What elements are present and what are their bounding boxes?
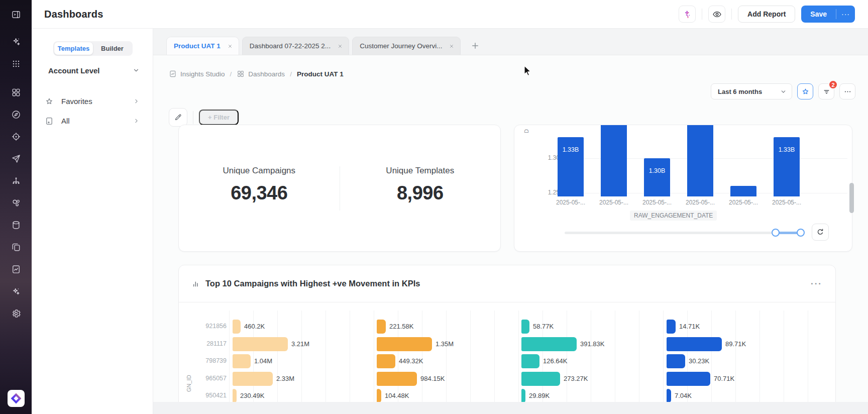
bar-value-label: 89.71K [725, 340, 746, 348]
refresh-button[interactable] [812, 224, 829, 241]
filter-lines-icon [822, 87, 831, 96]
wand-sparkle-icon[interactable] [7, 282, 25, 300]
bar [667, 354, 685, 368]
tab-bar: Product UAT 1Dashboard 07-22-2025 2...Cu… [153, 29, 868, 55]
bar [233, 354, 251, 368]
target-icon[interactable] [7, 128, 25, 146]
x-tick-label: 2025-05-... [592, 199, 635, 206]
preview-button[interactable] [708, 6, 725, 23]
breadcrumb-separator: / [230, 70, 232, 78]
sparkles-icon[interactable] [7, 33, 25, 51]
bar [377, 354, 395, 368]
bar-chart-icon [192, 280, 200, 288]
brand-logo-icon[interactable] [8, 390, 25, 407]
segmented-option-templates[interactable]: Templates [54, 42, 93, 55]
tab-dashboard-07-22-2025-2-[interactable]: Dashboard 07-22-2025 2... [242, 37, 349, 55]
save-more-button[interactable]: ··· [836, 6, 855, 23]
chevron-right-icon [133, 118, 140, 124]
sidebar-item-all[interactable]: All [45, 111, 140, 131]
sidebar-item-favorites[interactable]: Favorites [45, 91, 140, 111]
slider-handle-left[interactable] [772, 229, 780, 237]
breadcrumb-label: Insights Studio [180, 70, 225, 78]
bar-value-label: 221.58K [389, 323, 413, 330]
bar-value-label: 14.71K [679, 323, 700, 330]
report-icon[interactable] [7, 260, 25, 278]
bar-value-label: 70.71K [714, 375, 734, 382]
favorite-toggle-button[interactable] [797, 83, 813, 99]
kpi-label: Unique Campaigns [179, 166, 340, 176]
row-label: 950421 [188, 392, 227, 399]
row-label: 798739 [188, 357, 227, 364]
tab-close-icon[interactable] [449, 44, 454, 49]
settings-icon[interactable] [7, 304, 25, 323]
bar [667, 372, 710, 386]
bar-value-label: 1.30B [644, 167, 670, 174]
tab-customer-journey-overvi-[interactable]: Customer Journey Overvi... [352, 37, 461, 55]
bubbles-icon[interactable] [7, 194, 25, 212]
divider [702, 9, 702, 20]
panel-collapse-icon[interactable] [7, 6, 25, 24]
save-button[interactable]: Save [801, 6, 836, 23]
zoom-slider-track[interactable] [565, 232, 805, 234]
database-icon[interactable] [7, 216, 25, 234]
engagement-chart-card: D RAW_ENGAGEMENT_DATE 1.30B1.25B1.33B202… [514, 125, 852, 252]
tab-close-icon[interactable] [338, 44, 343, 49]
account-level-section[interactable]: Account Level [48, 65, 140, 75]
bar [730, 186, 756, 196]
bar-value-label: 391.83K [580, 340, 604, 348]
kpi-label: Unique Templates [340, 166, 501, 176]
tab-close-icon[interactable] [228, 44, 233, 49]
kpi-unique-templates: Unique Templates8,996 [340, 166, 501, 211]
tab-label: Customer Journey Overvi... [360, 42, 442, 50]
bar-value-label: 30.23K [689, 357, 709, 365]
layers-icon[interactable] [7, 238, 25, 256]
send-icon[interactable] [7, 150, 25, 168]
sidebar-panel: TemplatesBuilder Account Level Favorites… [32, 29, 153, 414]
bar-value-label: 449.32K [399, 357, 423, 365]
add-filter-button[interactable]: + Filter [199, 110, 239, 125]
divider [731, 9, 732, 20]
bar [377, 389, 381, 403]
vertical-scrollbar-thumb[interactable] [849, 183, 854, 213]
date-range-value: Last 6 months [718, 88, 762, 95]
account-level-label: Account Level [48, 66, 100, 75]
add-report-button[interactable]: Add Report [738, 6, 795, 23]
slider-handle-right[interactable] [797, 229, 805, 237]
edit-button[interactable] [169, 108, 187, 127]
bar [521, 389, 525, 403]
date-range-select[interactable]: Last 6 months [711, 83, 792, 99]
compass-icon[interactable] [7, 106, 25, 124]
new-tab-button[interactable] [471, 41, 480, 50]
edit-toolbar: + Filter [169, 108, 239, 127]
bar [377, 372, 417, 386]
ellipsis-icon [843, 87, 852, 96]
save-split-button[interactable]: Save ··· [801, 6, 855, 23]
card-menu-button[interactable]: ··· [811, 279, 822, 289]
hierarchy-icon[interactable] [7, 172, 25, 190]
ai-wand-button[interactable] [679, 6, 696, 23]
tab-label: Product UAT 1 [174, 42, 221, 50]
bar [687, 125, 713, 196]
filter-button[interactable]: 2 [818, 83, 834, 99]
segmented-option-builder[interactable]: Builder [93, 42, 132, 55]
bar-value-label: 984.15K [420, 375, 445, 382]
top-campaigns-card: Top 10 Campaigns with Highest +ve Moveme… [178, 265, 836, 414]
kpi-value: 8,996 [340, 182, 501, 204]
bar [377, 337, 432, 351]
star-icon [45, 97, 54, 106]
chevron-down-icon [133, 67, 140, 74]
bar [667, 320, 676, 334]
bar-value-label: 3.21M [291, 340, 309, 348]
breadcrumb-item[interactable]: Insights Studio [169, 70, 225, 78]
tab-product-uat-1[interactable]: Product UAT 1 [166, 37, 239, 55]
rail-secondary-group [7, 83, 25, 327]
breadcrumb-item[interactable]: Dashboards [237, 70, 285, 78]
grid-dots-icon[interactable] [7, 55, 25, 73]
file-icon [45, 117, 54, 126]
bar-value-label: 29.89K [529, 392, 550, 399]
dashboard-icon[interactable] [7, 83, 25, 101]
bar-value-label: 273.27K [564, 375, 588, 382]
bar-value-label: 1.04M [254, 357, 272, 365]
more-options-button[interactable] [839, 83, 855, 99]
view-switcher: TemplatesBuilder [53, 41, 133, 56]
